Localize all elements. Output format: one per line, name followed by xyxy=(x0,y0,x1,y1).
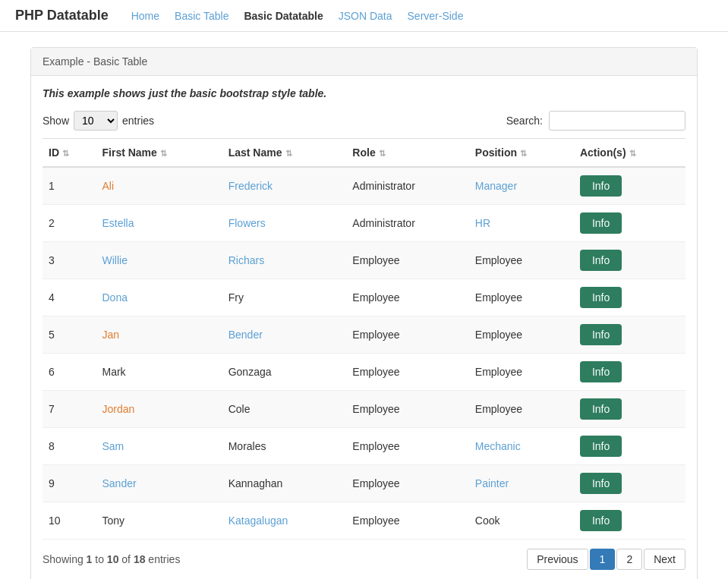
cell-last-name[interactable]: Richars xyxy=(222,242,347,279)
cell-position[interactable]: Mechanic xyxy=(469,428,574,465)
sort-icon-last_name: ⇅ xyxy=(285,149,292,159)
cell-last-name[interactable]: Katagalugan xyxy=(222,502,347,540)
cell-action: Info xyxy=(574,465,685,502)
table-row: 3WillieRicharsEmployeeEmployeeInfo xyxy=(43,242,685,279)
col-header-last_name[interactable]: Last Name ⇅ xyxy=(222,139,347,168)
entries-select[interactable]: 102550100 xyxy=(74,111,118,131)
cell-first-name[interactable]: Dona xyxy=(96,279,222,316)
nav-link-json-data[interactable]: JSON Data xyxy=(339,10,392,22)
cell-first-name[interactable]: Jordan xyxy=(96,391,222,428)
table-row: 8SamMoralesEmployeeMechanicInfo xyxy=(43,428,685,465)
cell-position[interactable]: Manager xyxy=(469,167,574,205)
pagination-page-2[interactable]: 2 xyxy=(616,549,642,570)
col-header-id[interactable]: ID ⇅ xyxy=(43,139,96,168)
cell-role: Employee xyxy=(346,465,468,502)
cell-id: 3 xyxy=(43,242,96,279)
pagination-page-1[interactable]: 1 xyxy=(590,549,616,570)
cell-action: Info xyxy=(574,354,685,391)
cell-role: Employee xyxy=(346,316,468,354)
cell-action: Info xyxy=(574,502,685,540)
info-button[interactable]: Info xyxy=(580,212,622,234)
cell-id: 1 xyxy=(43,167,96,205)
cell-role: Administrator xyxy=(346,205,468,242)
info-button[interactable]: Info xyxy=(580,510,622,531)
table-row: 7JordanColeEmployeeEmployeeInfo xyxy=(43,391,685,428)
cell-last-name[interactable]: Frederick xyxy=(222,167,347,205)
cell-action: Info xyxy=(574,205,685,242)
cell-first-name[interactable]: Sam xyxy=(96,428,222,465)
cell-role: Employee xyxy=(346,242,468,279)
sort-icon-role: ⇅ xyxy=(379,149,386,159)
table-row: 1AliFrederickAdministratorManagerInfo xyxy=(43,167,685,205)
nav-link-server-side[interactable]: Server-Side xyxy=(408,10,464,22)
cell-id: 8 xyxy=(43,428,96,465)
cell-last-name: Morales xyxy=(222,428,347,465)
table-row: 10TonyKatagaluganEmployeeCookInfo xyxy=(43,502,685,540)
cell-id: 9 xyxy=(43,465,96,502)
cell-role: Employee xyxy=(346,279,468,316)
cell-first-name[interactable]: Willie xyxy=(96,242,222,279)
card-body: This example shows just the basic bootst… xyxy=(31,76,697,579)
table-row: 4DonaFryEmployeeEmployeeInfo xyxy=(43,279,685,316)
info-button[interactable]: Info xyxy=(580,287,622,308)
cell-position: Employee xyxy=(469,354,574,391)
cell-role: Employee xyxy=(346,428,468,465)
search-box: Search: xyxy=(506,111,685,131)
cell-first-name: Mark xyxy=(96,354,222,391)
pagination: Previous12Next xyxy=(527,549,685,570)
cell-action: Info xyxy=(574,391,685,428)
cell-role: Employee xyxy=(346,391,468,428)
col-header-position[interactable]: Position ⇅ xyxy=(469,139,574,168)
cell-action: Info xyxy=(574,167,685,205)
table-head: ID ⇅First Name ⇅Last Name ⇅Role ⇅Positio… xyxy=(43,139,685,168)
table-row: 5JanBenderEmployeeEmployeeInfo xyxy=(43,316,685,354)
cell-position[interactable]: Painter xyxy=(469,465,574,502)
col-header-first_name[interactable]: First Name ⇅ xyxy=(96,139,222,168)
info-button[interactable]: Info xyxy=(580,398,622,420)
card-header: Example - Basic Table xyxy=(31,48,697,76)
cell-action: Info xyxy=(574,316,685,354)
navbar: PHP Datatable HomeBasic TableBasic Datat… xyxy=(0,0,728,32)
cell-last-name[interactable]: Flowers xyxy=(222,205,347,242)
info-button[interactable]: Info xyxy=(580,361,622,382)
footer-row: Showing 1 to 10 of 18 entries Previous12… xyxy=(43,549,685,570)
sort-icon-position: ⇅ xyxy=(520,149,527,159)
cell-id: 4 xyxy=(43,279,96,316)
cell-first-name[interactable]: Sander xyxy=(96,465,222,502)
cell-position: Employee xyxy=(469,242,574,279)
col-header-role[interactable]: Role ⇅ xyxy=(346,139,468,168)
nav-link-basic-table[interactable]: Basic Table xyxy=(175,10,228,22)
cell-position[interactable]: HR xyxy=(469,205,574,242)
cell-last-name: Kannaghan xyxy=(222,465,347,502)
cell-position: Employee xyxy=(469,391,574,428)
example-description: This example shows just the basic bootst… xyxy=(43,87,685,99)
info-button[interactable]: Info xyxy=(580,324,622,345)
table-row: 2EstellaFlowersAdministratorHRInfo xyxy=(43,205,685,242)
table-header-row: ID ⇅First Name ⇅Last Name ⇅Role ⇅Positio… xyxy=(43,139,685,168)
show-entries: Show 102550100 entries xyxy=(43,111,154,131)
showing-text: Showing 1 to 10 of 18 entries xyxy=(43,553,180,565)
cell-action: Info xyxy=(574,428,685,465)
table-row: 6MarkGonzagaEmployeeEmployeeInfo xyxy=(43,354,685,391)
cell-role: Administrator xyxy=(346,167,468,205)
info-button[interactable]: Info xyxy=(580,436,622,457)
cell-id: 7 xyxy=(43,391,96,428)
search-input[interactable] xyxy=(549,111,685,131)
cell-action: Info xyxy=(574,279,685,316)
pagination-next[interactable]: Next xyxy=(644,549,685,570)
info-button[interactable]: Info xyxy=(580,473,622,494)
nav-link-basic-datatable[interactable]: Basic Datatable xyxy=(244,10,323,22)
cell-id: 2 xyxy=(43,205,96,242)
info-button[interactable]: Info xyxy=(580,250,622,271)
cell-first-name[interactable]: Ali xyxy=(96,167,222,205)
cell-first-name[interactable]: Jan xyxy=(96,316,222,354)
cell-role: Employee xyxy=(346,354,468,391)
col-header-actions[interactable]: Action(s) ⇅ xyxy=(574,139,685,168)
nav-link-home[interactable]: Home xyxy=(131,10,159,22)
pagination-previous[interactable]: Previous xyxy=(527,549,588,570)
sort-icon-first_name: ⇅ xyxy=(160,149,167,159)
cell-last-name[interactable]: Bender xyxy=(222,316,347,354)
info-button[interactable]: Info xyxy=(580,175,622,197)
show-label: Show xyxy=(43,115,69,127)
cell-first-name[interactable]: Estella xyxy=(96,205,222,242)
